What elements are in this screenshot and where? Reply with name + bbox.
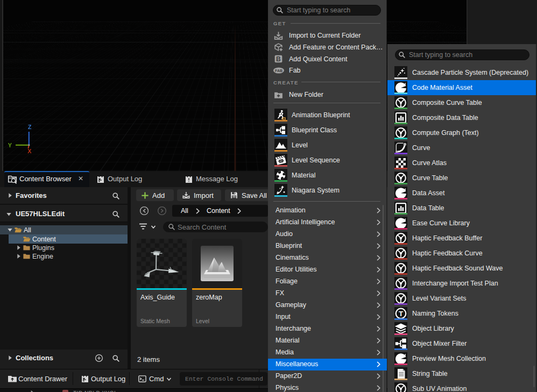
svg-text:X: X bbox=[27, 148, 32, 154]
svg-text:Y: Y bbox=[8, 142, 12, 148]
svg-text:Z: Z bbox=[28, 124, 32, 130]
